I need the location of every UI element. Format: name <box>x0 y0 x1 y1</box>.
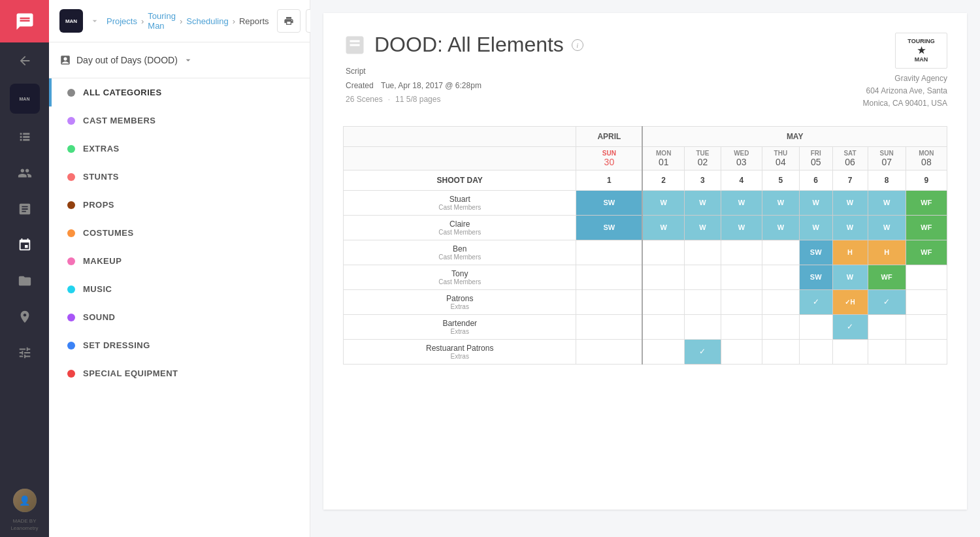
month-header-row: APRIL MAY <box>344 126 947 146</box>
person-type-claire: Cast Members <box>345 229 574 236</box>
cell-bartender-5 <box>799 314 832 339</box>
dot-cast <box>67 117 75 125</box>
category-all[interactable]: ALL CATEGORIES <box>49 78 310 106</box>
dood-selector[interactable]: Day out of Days (DOOD) <box>49 42 310 78</box>
category-sound-label: SOUND <box>83 312 115 322</box>
created-label: Created <box>346 79 374 93</box>
agency-name: Gravity Agency <box>863 73 947 85</box>
cell-tony-7: WF <box>868 265 906 289</box>
category-extras[interactable]: EXTRAS <box>49 135 310 163</box>
dot-set-dressing <box>67 342 75 350</box>
info-icon[interactable]: i <box>572 39 583 51</box>
breadcrumb: Projects › Touring Man › Scheduling › Re… <box>106 11 269 31</box>
category-extras-label: EXTRAS <box>83 144 120 154</box>
person-type-restaurant-patrons: Extras <box>345 353 574 360</box>
layout-icon[interactable] <box>0 119 49 155</box>
category-makeup-label: MAKEUP <box>83 256 122 266</box>
cell-patrons-5: ✓ <box>799 289 832 314</box>
category-special-equipment[interactable]: SPECIAL EQUIPMENT <box>49 359 310 387</box>
category-props[interactable]: PROPS <box>49 191 310 219</box>
back-icon[interactable] <box>0 42 49 78</box>
cell-ben-6: H <box>832 240 868 265</box>
breadcrumb-projects[interactable]: Projects <box>106 16 137 26</box>
category-list: ALL CATEGORIES CAST MEMBERS EXTRAS STUNT… <box>49 78 310 537</box>
report-meta: Script Created Tue, Apr 18, 2017 @ 6:28p… <box>343 65 583 107</box>
cell-tony-8 <box>906 265 947 289</box>
main-content: DOOD: All Elements i Script Created Tue,… <box>310 0 980 537</box>
person-name-ben: Ben <box>345 244 574 253</box>
touring-logo: TOURING ★ MAN <box>895 33 947 69</box>
breadcrumb-area: MAN Projects › Touring Man › Scheduling … <box>59 9 269 33</box>
cell-bartender-4 <box>762 314 799 339</box>
location-icon[interactable] <box>0 299 49 334</box>
cell-bartender-1 <box>642 314 684 339</box>
chevron-down-icon <box>90 16 100 26</box>
category-makeup[interactable]: MAKEUP <box>49 247 310 275</box>
month-april: APRIL <box>576 126 642 146</box>
app-logo[interactable] <box>0 0 49 42</box>
table-row: Ben Cast Members SW H H WF <box>344 240 947 265</box>
breadcrumb-reports: Reports <box>239 16 269 26</box>
breadcrumb-scheduling[interactable]: Scheduling <box>186 16 228 26</box>
cell-ben-7: H <box>868 240 906 265</box>
category-music-label: MUSIC <box>83 284 112 294</box>
print-button[interactable] <box>277 9 301 33</box>
cell-claire-5: W <box>799 215 832 240</box>
user-avatar[interactable]: 👤 <box>13 489 37 512</box>
pages-value: 11 5/8 pages <box>395 93 440 107</box>
person-cell-restaurant-patrons: Restuarant Patrons Extras <box>344 339 576 364</box>
category-cast-label: CAST MEMBERS <box>83 116 155 125</box>
category-cast[interactable]: CAST MEMBERS <box>49 106 310 135</box>
report-title: DOOD: All Elements i <box>343 33 583 57</box>
cell-patrons-7: ✓ <box>868 289 906 314</box>
cell-patrons-8 <box>906 289 947 314</box>
category-costumes[interactable]: COSTUMES <box>49 219 310 247</box>
schedule-icon[interactable] <box>0 191 49 227</box>
dot-sound <box>67 314 75 321</box>
cell-ben-0 <box>576 240 642 265</box>
dot-special-equipment <box>67 370 75 378</box>
icon-bar: MAN 👤 MADE BYLeanometry <box>0 0 49 537</box>
users-icon[interactable] <box>0 155 49 191</box>
settings-icon[interactable] <box>0 334 49 370</box>
category-set-dressing[interactable]: SET DRESSING <box>49 331 310 359</box>
breadcrumb-touring[interactable]: Touring Man <box>148 11 176 31</box>
cell-claire-2: W <box>685 215 721 240</box>
cell-rp-8 <box>906 339 947 364</box>
cell-ben-5: SW <box>799 240 832 265</box>
day-header-0: SUN 30 <box>576 146 642 170</box>
category-stunts[interactable]: STUNTS <box>49 163 310 191</box>
table-row: Claire Cast Members SW W W W W W W W WF <box>344 215 947 240</box>
dood-label: Day out of Days (DOOD) <box>76 55 178 65</box>
reports-icon[interactable] <box>0 227 49 263</box>
report-title-icon <box>343 33 367 57</box>
shoot-day-label: SHOOT DAY <box>344 170 576 190</box>
cell-claire-0: SW <box>576 215 642 240</box>
shoot-day-2: 2 <box>642 170 684 190</box>
cell-stuart-8: WF <box>906 190 947 215</box>
table-row: Bartender Extras ✓ <box>344 314 947 339</box>
project-thumbnail[interactable]: MAN <box>10 84 40 114</box>
month-may: MAY <box>642 126 947 146</box>
logo-line3: MAN <box>907 56 934 63</box>
category-stunts-label: STUNTS <box>83 172 119 182</box>
dood-chevron-icon <box>183 55 193 65</box>
cell-bartender-2 <box>685 314 721 339</box>
category-music[interactable]: MUSIC <box>49 275 310 303</box>
cell-bartender-8 <box>906 314 947 339</box>
cell-claire-7: W <box>868 215 906 240</box>
project-logo: MAN <box>59 9 83 33</box>
dot-all <box>67 89 75 97</box>
report-header: DOOD: All Elements i Script Created Tue,… <box>343 33 947 110</box>
dot-costumes <box>67 229 75 237</box>
category-props-label: PROPS <box>83 200 114 210</box>
folder-icon[interactable] <box>0 263 49 299</box>
dot-props <box>67 201 75 209</box>
agency-address2: Monica, CA 90401, USA <box>863 97 947 110</box>
category-sound[interactable]: SOUND <box>49 303 310 331</box>
cell-rp-1 <box>642 339 684 364</box>
cell-tony-0 <box>576 265 642 289</box>
cell-stuart-6: W <box>832 190 868 215</box>
day-header-7: SUN 07 <box>868 146 906 170</box>
cell-bartender-3 <box>721 314 762 339</box>
